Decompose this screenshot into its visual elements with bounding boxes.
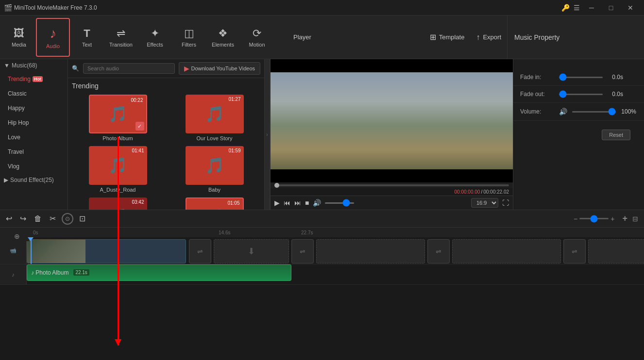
restore-button[interactable]: □ <box>601 0 621 16</box>
minimize-button[interactable]: ─ <box>582 0 601 16</box>
music-note-icon-4: 🎵 <box>205 156 224 175</box>
audio-track-content: ♪ Photo Album 22.1s <box>27 264 644 285</box>
toolbar-motion[interactable]: ⟳ Motion <box>240 18 274 57</box>
rewind-button[interactable]: ⏮ <box>284 199 290 207</box>
scrubber-thumb[interactable] <box>274 183 279 188</box>
record-button[interactable]: ⊙ <box>62 213 73 225</box>
add-track-button[interactable]: + <box>620 212 629 226</box>
transition-3[interactable]: ⇌ <box>427 239 450 263</box>
split-screen-button[interactable]: ⊟ <box>630 213 640 225</box>
toolbar-transition[interactable]: ⇌ Transition <box>104 18 138 57</box>
fade-in-slider[interactable] <box>559 77 603 78</box>
timeline-playhead[interactable] <box>31 237 32 264</box>
trending-label: Trending <box>8 76 31 82</box>
toolbar-text[interactable]: T Text <box>70 18 104 57</box>
titlebar: 🎬 MiniTool MovieMaker Free 7.3.0 🔑 ☰ ─ □… <box>0 0 644 16</box>
transition-4[interactable]: ⇌ <box>563 239 586 263</box>
sidebar-item-hiphop[interactable]: Hip Hop <box>0 115 68 130</box>
sidebar-item-love[interactable]: Love <box>0 130 68 145</box>
forward-button[interactable]: ⏭ <box>294 199 301 207</box>
audio-thumb-2: 🎵 01:27 <box>186 95 244 133</box>
fade-out-slider[interactable] <box>559 94 603 95</box>
toolbar-audio[interactable]: ♪ Audio <box>36 18 70 57</box>
transition-2[interactable]: ⇌ <box>291 239 314 263</box>
timeline-zoom: − + <box>574 215 614 223</box>
player-controls: ▶ ⏮ ⏭ ■ 🔊 16:9 9:16 1:1 4:3 ⛶ <box>271 196 513 210</box>
sound-effects-section[interactable]: ▶ Sound Effect(25) <box>0 174 68 186</box>
redo-button[interactable]: ↪ <box>18 212 28 225</box>
template-icon: ⊞ <box>430 33 436 42</box>
scrubber-track[interactable] <box>274 184 509 186</box>
properties-title: Music Property <box>514 33 559 41</box>
volume-slider[interactable] <box>325 202 354 204</box>
toolbar-media-label: Media <box>12 42 26 48</box>
add-media-icon[interactable]: ⊕ <box>14 232 20 240</box>
media-icon: 🖼 <box>14 27 24 40</box>
properties-panel: Fade in: 0.0s Fade out: 0.0s Volume: 🔊 1… <box>513 59 644 210</box>
sidebar-item-classic[interactable]: Classic <box>0 86 68 101</box>
zoom-slider[interactable] <box>579 218 609 219</box>
audio-card-photo-album[interactable]: 🎵 00:22 ✓ Photo Album <box>72 95 164 141</box>
toolbar-filters-label: Filters <box>182 42 196 48</box>
cut-button[interactable]: ✂ <box>48 212 58 225</box>
audio-card-our-love-story[interactable]: 🎵 01:27 Our Love Story <box>169 95 260 141</box>
sidebar-item-happy[interactable]: Happy <box>0 101 68 115</box>
template-label: Template <box>439 33 465 41</box>
audio-grid: 🎵 00:22 ✓ Photo Album 🎵 01:27 Our Love S… <box>72 95 260 210</box>
audio-card-6[interactable]: 🎵 01:05 <box>169 197 260 210</box>
play-button[interactable]: ▶ <box>274 199 280 207</box>
fullscreen-button[interactable]: ⛶ <box>502 199 509 207</box>
sidebar-item-travel[interactable]: Travel <box>0 145 68 159</box>
playhead-marker <box>28 237 34 241</box>
search-icon: 🔍 <box>72 65 79 72</box>
player-video <box>271 59 513 182</box>
sidebar: ▼ Music(68) Trending Hot Classic Happy H… <box>0 59 68 210</box>
zoom-out-icon[interactable]: − <box>574 215 577 223</box>
audio-track-icon: ♪ <box>12 272 15 278</box>
crop-button[interactable]: ⊡ <box>77 212 87 225</box>
toolbar-media[interactable]: 🖼 Media <box>2 18 36 57</box>
landscape-background <box>271 72 513 169</box>
audio-card-dusty-road[interactable]: 🎵 01:41 A_Dusty_Road <box>72 146 164 193</box>
reset-button[interactable]: Reset <box>602 130 630 140</box>
export-button[interactable]: ↑ Export <box>470 30 507 45</box>
volume-icon: 🔊 <box>559 108 567 115</box>
music-section-header: ▼ Music(68) <box>0 59 68 72</box>
aspect-ratio-select[interactable]: 16:9 9:16 1:1 4:3 <box>471 198 498 208</box>
zoom-in-icon[interactable]: + <box>610 215 614 223</box>
stop-button[interactable]: ■ <box>305 199 309 207</box>
video-track-content: ⇌ ⬇ ⇌ ⇌ ⇌ <box>27 237 644 264</box>
sidebar-item-trending[interactable]: Trending Hot <box>0 72 68 86</box>
video-track-icon: 📹 <box>10 247 17 254</box>
delete-button[interactable]: 🗑 <box>32 213 44 225</box>
youtube-icon: ▶ <box>184 65 189 72</box>
audio-time-2: 01:27 <box>228 97 240 102</box>
panel-expand-arrow[interactable]: › <box>264 59 270 210</box>
audio-card-baby[interactable]: 🎵 01:59 Baby <box>169 146 260 193</box>
undo-button[interactable]: ↩ <box>4 212 14 225</box>
toolbar-effects[interactable]: ✦ Effects <box>138 18 172 57</box>
transition-1[interactable]: ⇌ <box>189 239 211 263</box>
youtube-download-button[interactable]: ▶ Download YouTube Videos <box>179 62 261 75</box>
audio-card-5[interactable]: 🎵 03:42 <box>72 197 164 210</box>
audio-clip-duration: 22.1s <box>73 269 89 276</box>
volume-label: Volume: <box>520 108 559 115</box>
toolbar-elements[interactable]: ❖ Elements <box>206 18 240 57</box>
template-button[interactable]: ⊞ Template <box>424 30 471 45</box>
close-button[interactable]: ✕ <box>621 0 640 16</box>
time-total: 00:00:22.02 <box>483 189 509 195</box>
volume-button[interactable]: 🔊 <box>313 199 321 207</box>
search-input[interactable] <box>83 63 175 74</box>
video-clip-1[interactable] <box>27 239 186 263</box>
player-tab-header[interactable]: Player <box>293 33 311 41</box>
menu-icon[interactable]: ☰ <box>574 4 580 12</box>
audio-clip-photo-album[interactable]: ♪ Photo Album 22.1s <box>27 264 291 281</box>
fade-out-value: 0.0s <box>606 91 623 98</box>
youtube-label: Download YouTube Videos <box>191 65 255 71</box>
audio-name-4: Baby <box>208 187 220 193</box>
hiphop-label: Hip Hop <box>8 119 29 126</box>
volume-control-slider[interactable] <box>572 111 616 113</box>
sidebar-item-vlog[interactable]: Vlog <box>0 159 68 174</box>
toolbar-filters[interactable]: ◫ Filters <box>172 18 206 57</box>
audio-thumb-1: 🎵 00:22 ✓ <box>89 95 147 133</box>
